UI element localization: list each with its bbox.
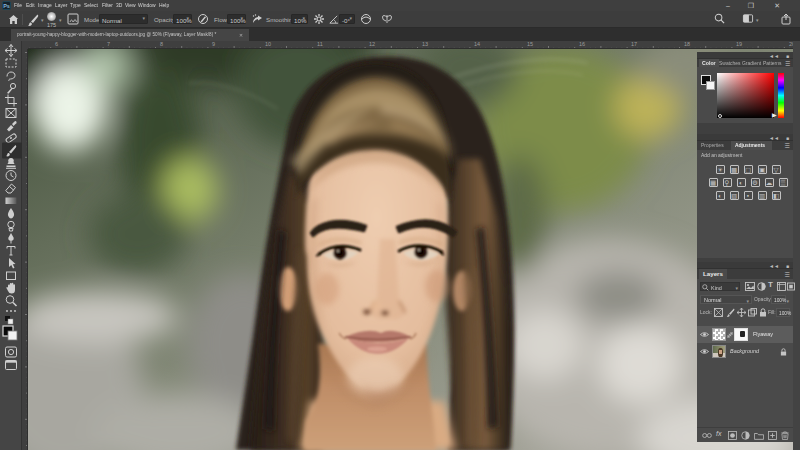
svg-text:15: 15 <box>527 41 533 47</box>
svg-text:17: 17 <box>631 41 637 47</box>
svg-text:19: 19 <box>736 41 742 47</box>
svg-text:10: 10 <box>265 41 271 47</box>
svg-text:12: 12 <box>369 41 375 47</box>
svg-text:11: 11 <box>317 41 323 47</box>
svg-text:16: 16 <box>579 41 585 47</box>
svg-text:8: 8 <box>160 41 163 47</box>
svg-text:9: 9 <box>212 41 215 47</box>
svg-text:6: 6 <box>55 41 58 47</box>
svg-text:13: 13 <box>422 41 428 47</box>
svg-text:18: 18 <box>684 41 690 47</box>
svg-text:14: 14 <box>474 41 480 47</box>
svg-text:7: 7 <box>107 41 110 47</box>
